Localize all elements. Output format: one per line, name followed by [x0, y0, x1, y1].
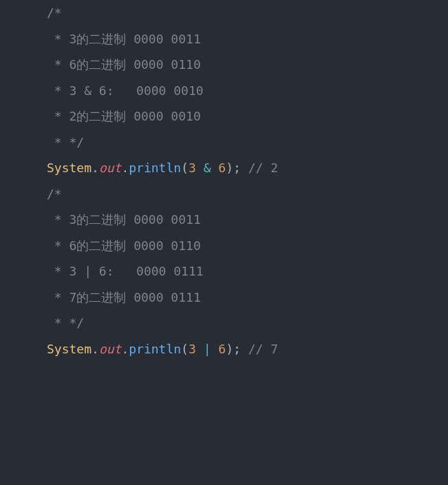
- line-comment: // 2: [248, 161, 278, 175]
- comment-line: * 6的二进制 0000 0110: [47, 238, 201, 253]
- number-literal: 6: [218, 161, 226, 175]
- comment-line: * 3 & 6: 0000 0010: [47, 83, 204, 98]
- dot: .: [121, 342, 129, 356]
- field-name: out: [99, 342, 122, 356]
- space: [211, 342, 218, 356]
- method-name: println: [129, 161, 181, 175]
- comment-line: /*: [47, 187, 62, 201]
- comment-line: * 3的二进制 0000 0011: [47, 32, 201, 46]
- method-name: println: [129, 342, 181, 356]
- semicolon: ;: [233, 342, 241, 356]
- code-line: System.out.println(3 & 6); // 2: [0, 155, 448, 181]
- lparen: (: [181, 161, 189, 175]
- class-name: System: [47, 161, 92, 175]
- rparen: ): [226, 161, 233, 175]
- number-literal: 3: [189, 342, 196, 356]
- line-comment: // 7: [248, 342, 278, 356]
- comment-line: * 6的二进制 0000 0110: [47, 57, 201, 72]
- code-block: /* * 3的二进制 0000 0011 * 6的二进制 0000 0110 *…: [0, 0, 448, 362]
- space: [241, 342, 248, 356]
- dot: .: [92, 342, 99, 356]
- number-literal: 3: [189, 161, 196, 175]
- field-name: out: [99, 161, 122, 175]
- comment-line: * */: [47, 135, 84, 149]
- space: [196, 161, 204, 175]
- space: [241, 161, 248, 175]
- comment-line: /*: [47, 6, 62, 20]
- comment-line: * 3 | 6: 0000 0111: [47, 264, 204, 278]
- comment-line: * 7的二进制 0000 0111: [47, 290, 201, 305]
- space: [211, 161, 218, 175]
- class-name: System: [47, 342, 92, 356]
- comment-line: * 3的二进制 0000 0011: [47, 212, 201, 227]
- dot: .: [121, 161, 129, 175]
- rparen: ): [226, 342, 233, 356]
- number-literal: 6: [218, 342, 226, 356]
- semicolon: ;: [233, 161, 241, 175]
- comment-line: * */: [47, 316, 84, 330]
- operator: |: [204, 342, 211, 356]
- dot: .: [92, 161, 99, 175]
- lparen: (: [181, 342, 189, 356]
- space: [196, 342, 204, 356]
- comment-line: * 2的二进制 0000 0010: [47, 109, 201, 123]
- code-line: System.out.println(3 | 6); // 7: [0, 336, 448, 362]
- operator: &: [204, 161, 211, 175]
